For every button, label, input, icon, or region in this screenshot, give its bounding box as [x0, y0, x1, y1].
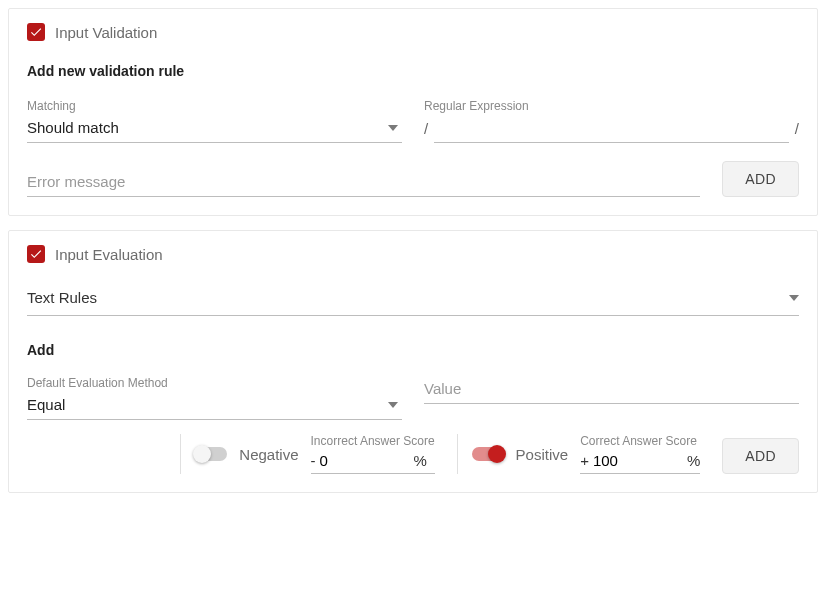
- correct-score-wrap: + %: [580, 450, 700, 474]
- score-row: Negative Incorrect Answer Score - % Posi…: [27, 434, 799, 474]
- negative-group: Negative Incorrect Answer Score - %: [180, 434, 434, 474]
- rules-type-value: Text Rules: [27, 289, 97, 306]
- regex-input[interactable]: [434, 115, 789, 142]
- correct-score-label: Correct Answer Score: [580, 434, 700, 448]
- chevron-down-icon: [789, 287, 799, 305]
- panel-title: Input Evaluation: [55, 246, 163, 263]
- percent-icon: %: [687, 452, 700, 473]
- regex-field: Regular Expression / /: [424, 99, 799, 143]
- matching-select[interactable]: [27, 115, 402, 143]
- error-message-input[interactable]: [27, 169, 700, 197]
- correct-score-input[interactable]: [593, 450, 683, 473]
- value-field: [424, 376, 799, 420]
- rules-type-select[interactable]: Text Rules: [27, 285, 799, 316]
- validation-subheading: Add new validation rule: [27, 63, 799, 79]
- regex-label: Regular Expression: [424, 99, 799, 113]
- validation-bottom-row: ADD: [27, 161, 799, 197]
- regex-input-wrap: / /: [424, 115, 799, 143]
- error-field: [27, 169, 700, 197]
- method-select[interactable]: [27, 392, 402, 420]
- negative-toggle[interactable]: [195, 447, 227, 461]
- validation-row-1: Matching Regular Expression / /: [27, 99, 799, 143]
- incorrect-score-wrap: - %: [311, 450, 435, 474]
- matching-label: Matching: [27, 99, 402, 113]
- check-icon: [29, 25, 43, 39]
- regex-slash-open: /: [424, 120, 428, 143]
- positive-toggle[interactable]: [472, 447, 504, 461]
- negative-sign: -: [311, 452, 316, 473]
- correct-score-field: Correct Answer Score + %: [580, 434, 700, 474]
- add-evaluation-button[interactable]: ADD: [722, 438, 799, 474]
- positive-sign: +: [580, 452, 589, 473]
- eval-row: Default Evaluation Method: [27, 376, 799, 420]
- negative-label: Negative: [239, 446, 298, 463]
- method-field: Default Evaluation Method: [27, 376, 402, 420]
- toggle-knob: [193, 445, 211, 463]
- panel-header: Input Validation: [27, 23, 799, 41]
- positive-label: Positive: [516, 446, 569, 463]
- add-label: Add: [27, 342, 799, 358]
- matching-field: Matching: [27, 99, 402, 143]
- panel-title: Input Validation: [55, 24, 157, 41]
- toggle-knob: [488, 445, 506, 463]
- positive-group: Positive Correct Answer Score + %: [457, 434, 701, 474]
- check-icon: [29, 247, 43, 261]
- incorrect-score-input[interactable]: [320, 450, 410, 473]
- input-validation-checkbox[interactable]: [27, 23, 45, 41]
- add-validation-button[interactable]: ADD: [722, 161, 799, 197]
- value-input[interactable]: [424, 376, 799, 404]
- percent-icon: %: [414, 452, 427, 473]
- incorrect-score-label: Incorrect Answer Score: [311, 434, 435, 448]
- input-evaluation-panel: Input Evaluation Text Rules Add Default …: [8, 230, 818, 493]
- panel-header: Input Evaluation: [27, 245, 799, 263]
- regex-slash-close: /: [795, 120, 799, 143]
- input-evaluation-checkbox[interactable]: [27, 245, 45, 263]
- method-label: Default Evaluation Method: [27, 376, 402, 390]
- input-validation-panel: Input Validation Add new validation rule…: [8, 8, 818, 216]
- incorrect-score-field: Incorrect Answer Score - %: [311, 434, 435, 474]
